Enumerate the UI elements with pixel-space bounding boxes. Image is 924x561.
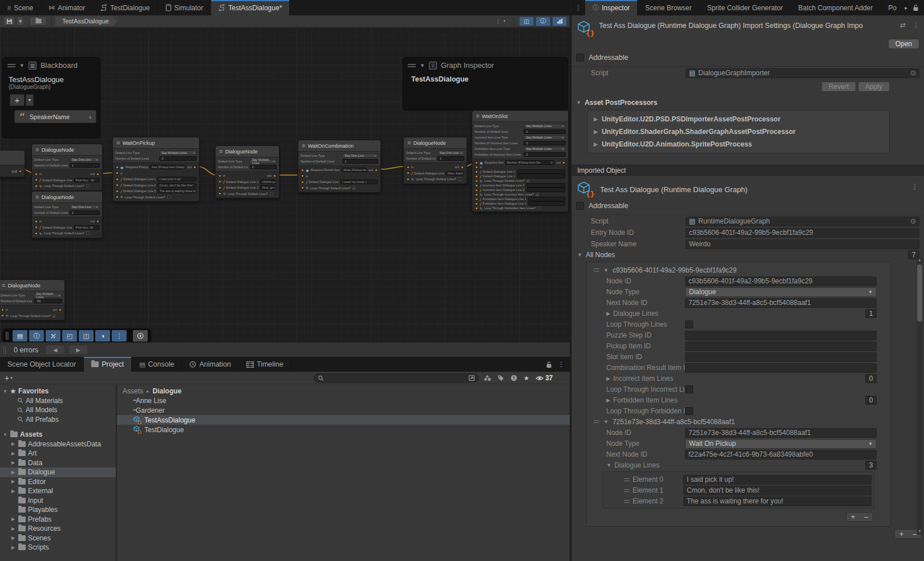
foldout-arrow-icon[interactable]: ▶ [10,479,16,484]
checkbox[interactable]: ✓ [352,186,356,190]
graph-menu-kebab-icon[interactable]: ⋮ [495,18,501,25]
add-node-button[interactable]: + [895,530,908,538]
save-button[interactable] [3,17,15,26]
out-port[interactable]: out [455,165,464,169]
asset-item-anne-lise[interactable]: Anne Lise [117,396,570,405]
out-port[interactable]: out [52,308,62,311]
toolbar-button-compass-icon[interactable] [133,330,148,342]
field-input[interactable]: Meat (Pickup Item Data⊙ [342,168,367,172]
field-input[interactable] [528,197,565,201]
foldout-arrow-icon[interactable]: ▶ [10,451,16,456]
pane-menu-kebab-icon[interactable]: ⋮ [572,0,585,15]
property-field[interactable]: 1 [70,210,100,215]
label-filter-icon[interactable] [497,375,504,381]
foldout-arrow-icon[interactable]: ▼ [2,389,8,394]
checkbox[interactable] [270,192,273,196]
node-entry-header[interactable]: ▼7251e73e-38d3-44ff-a8c5-bcf54088aaf1 [587,416,890,427]
editor-tab-simulator[interactable]: Simulator [158,0,212,15]
checkbox[interactable] [685,320,693,328]
field-input[interactable]: c93b5606-401f-49a2-99b5-9ecbf1fa9c29 [686,228,919,238]
property-dropdown[interactable]: Say One Line▾ [437,151,464,155]
graph-node-waitonpickup-3[interactable]: ≣WaitOnPickupDefault Line TypeSay Multip… [112,137,200,202]
field-input[interactable]: Psst boy...W [74,225,99,230]
field-input[interactable]: I said pick it up! [157,177,196,181]
field-input[interactable] [685,352,877,362]
field-input[interactable] [528,201,565,206]
node-title-bar[interactable]: ≣StartNode [0,151,25,165]
field-input[interactable]: Weirdo [686,239,919,249]
port-icon[interactable] [35,173,38,176]
apply-button[interactable]: Apply [858,82,890,92]
port-icon[interactable] [273,174,276,177]
port-icon[interactable] [475,202,478,205]
port-icon[interactable] [301,186,304,189]
graph-node-dialoguenode-8[interactable]: ≣DialogueNodeDefault Line TypeSay Multip… [0,279,65,320]
foldout-arrow-icon[interactable]: ▼ [2,432,8,437]
favorites-item-all-prefabs[interactable]: All Prefabs [0,415,116,425]
tree-item-art[interactable]: ▶Art [0,449,116,458]
toolbar-button-kebab-icon[interactable]: ⋮ [112,330,127,342]
port-icon[interactable] [96,173,99,176]
port-icon[interactable] [116,184,119,186]
drag-handle-icon[interactable] [594,420,599,423]
favorites-header[interactable]: ▼★Favorites [0,387,116,396]
graph-node-dialoguenode-1[interactable]: ≣DialogueNodeDefault Line TypeSay One Li… [31,144,103,191]
tree-item-data[interactable]: ▶Data [0,458,116,468]
collapse-arrow-icon[interactable]: ▼ [19,63,25,68]
property-field[interactable]: 1 [70,163,100,168]
port-icon[interactable] [301,181,304,184]
add-property-button[interactable]: + [10,94,25,106]
panel-kebab-icon[interactable]: ⋮ [558,360,565,368]
tree-item-input[interactable]: Input [0,496,116,506]
toolbar-toggle-layout-icon[interactable]: ◫ [519,17,534,26]
node-title-bar[interactable]: ≣DialogueNode [32,144,102,156]
property-dropdown[interactable]: Say Multiple Lines▾ [524,135,566,140]
field-input[interactable] [685,342,877,351]
favorites-item-all-materials[interactable]: All Materials [0,396,116,406]
inspector-tab-sprite-collider-generator[interactable]: Sprite Collider Generator [700,0,791,15]
all-nodes-foldout[interactable]: ▼ All Nodes 7 [572,249,924,261]
inspector-tab-inspector[interactable]: ⓘInspector [585,0,638,15]
field-input[interactable] [517,169,565,174]
asset-item-gardener[interactable]: Gardener [117,405,570,415]
object-picker-icon[interactable]: ⊙ [184,165,185,169]
foldout-count[interactable]: 1 [865,309,877,318]
toolbar-button-info-icon[interactable]: ⓘ [29,330,44,342]
drag-handle-icon[interactable] [594,269,599,271]
field-input[interactable] [526,188,565,192]
graph-node-startnode-0[interactable]: ≣StartNodeSpeakerNameout [0,150,25,177]
node-title-bar[interactable]: ≣WaitOnPickup [113,137,199,149]
field-input[interactable]: c93b5606-401f-49a2-99b5-9ecbf1fa9c29 [685,277,877,286]
foldout-arrow-icon[interactable]: ▶ [606,376,610,381]
foldout-arrow-icon[interactable]: ▶ [10,526,16,531]
inspector-tab-scene-browser[interactable]: Scene Browser [638,0,699,15]
foldout-count[interactable]: 0 [865,374,877,383]
inspector-tab-po[interactable]: Po [881,0,905,15]
checkbox[interactable] [86,231,90,235]
node-title-bar[interactable]: ≣WaitOnCombination [298,140,380,152]
port-icon[interactable] [116,166,119,169]
tree-item-external[interactable]: ▶External [0,486,116,496]
bottom-tab-timeline[interactable]: Timeline [239,357,291,372]
out-port[interactable]: out [90,172,99,176]
port-icon[interactable] [218,180,221,183]
breadcrumb-parent[interactable]: Assets [123,387,143,395]
bottom-tab-scene-object-locator[interactable]: Scene Object Locator [0,357,84,372]
foldout-arrow-icon[interactable]: ▶ [606,311,610,316]
checkbox[interactable] [685,407,693,415]
property-field[interactable]: 1 [437,156,464,161]
port-icon[interactable] [407,166,410,169]
addressable-checkbox[interactable] [576,202,584,210]
port-icon[interactable] [35,178,38,181]
open-button[interactable]: Open [888,39,919,49]
asset-item-testdialogue[interactable]: {}TestDialogue [117,425,570,434]
node-title-bar[interactable]: ≣DialogueNode [216,146,279,157]
out-port[interactable]: out [187,165,196,169]
save-search-icon[interactable] [468,375,475,381]
script-field[interactable]: ▤ DialogueGraphImporter ⊙ [686,68,919,78]
out-port[interactable]: out [11,169,22,173]
port-icon[interactable] [35,226,38,229]
postprocessor-item[interactable]: ▶UnityEditor.ShaderGraph.ShaderGraphAsse… [588,125,889,138]
property-dropdown[interactable]: Say Multiple Lines▾ [250,159,277,164]
port-icon[interactable] [475,184,478,187]
